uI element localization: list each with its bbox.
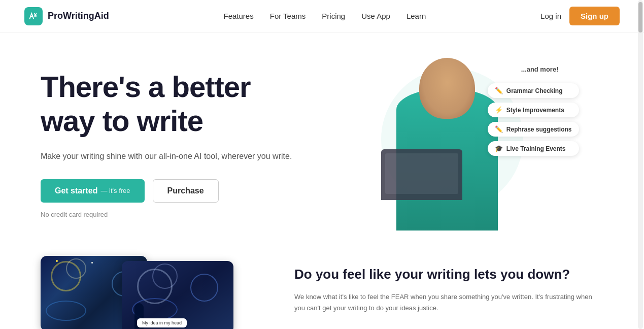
purchase-button[interactable]: Purchase xyxy=(153,179,219,203)
nav-links: Features For Teams Pricing Use App Learn xyxy=(224,12,426,21)
nav-pricing[interactable]: Pricing xyxy=(322,12,345,20)
nav-learn[interactable]: Learn xyxy=(406,12,426,20)
bottom-section: My idea in my head Do you feel like your… xyxy=(0,246,644,329)
bottom-right-content: Do you feel like your writing lets you d… xyxy=(294,256,603,314)
floating-tags: ✏️ Grammar Checking ⚡ Style Improvements… xyxy=(488,83,579,156)
painting-cards-container: My idea in my head xyxy=(41,256,233,329)
scrollbar-thumb[interactable] xyxy=(638,2,642,32)
hero-visual: ...and more! ✨ ✏️ Grammar Checking ⚡ Sty… xyxy=(315,63,620,225)
section-desc: We know what it's like to feel the FEAR … xyxy=(294,291,603,314)
tag-grammar: ✏️ Grammar Checking xyxy=(488,83,579,98)
hero-subtitle: Make your writing shine with our all-in-… xyxy=(41,150,315,163)
nav-features[interactable]: Features xyxy=(224,12,254,20)
hero-content: There's a better way to write Make your … xyxy=(41,70,315,218)
training-icon: 🎓 xyxy=(495,145,503,152)
tag-training: 🎓 Live Training Events xyxy=(488,141,579,156)
navbar: ProWritingAid Features For Teams Pricing… xyxy=(0,0,644,32)
idea-badge: My idea in my head xyxy=(137,318,187,327)
signup-button[interactable]: Sign up xyxy=(569,7,620,25)
logo-text: ProWritingAid xyxy=(48,11,109,21)
get-started-button[interactable]: Get started — it's free xyxy=(41,179,145,203)
login-button[interactable]: Log in xyxy=(540,12,561,20)
pencil-icon: ✏️ xyxy=(495,87,503,94)
nav-for-teams[interactable]: For Teams xyxy=(270,12,306,20)
person-head xyxy=(419,58,475,119)
tag-style: ⚡ Style Improvements xyxy=(488,103,579,117)
no-credit-text: No credit card required xyxy=(41,211,315,218)
logo-link[interactable]: ProWritingAid xyxy=(24,7,109,25)
hero-buttons: Get started — it's free Purchase xyxy=(41,179,315,203)
laptop xyxy=(381,149,462,200)
tag-rephrase: ✏️ Rephrase suggestions xyxy=(488,122,579,137)
nav-use-app[interactable]: Use App xyxy=(361,12,390,20)
edit-icon: ✏️ xyxy=(495,125,503,133)
bottom-left-visual: My idea in my head xyxy=(41,256,254,329)
card-front: My idea in my head xyxy=(122,261,233,329)
scrollbar[interactable] xyxy=(638,0,643,329)
and-more-text: ...and more! xyxy=(521,65,559,73)
hero-section: There's a better way to write Make your … xyxy=(0,32,644,246)
bolt-icon: ⚡ xyxy=(495,106,503,114)
section-title: Do you feel like your writing lets you d… xyxy=(294,266,603,283)
hero-title: There's a better way to write xyxy=(41,70,315,138)
nav-actions: Log in Sign up xyxy=(540,7,620,25)
logo-icon xyxy=(24,7,43,25)
